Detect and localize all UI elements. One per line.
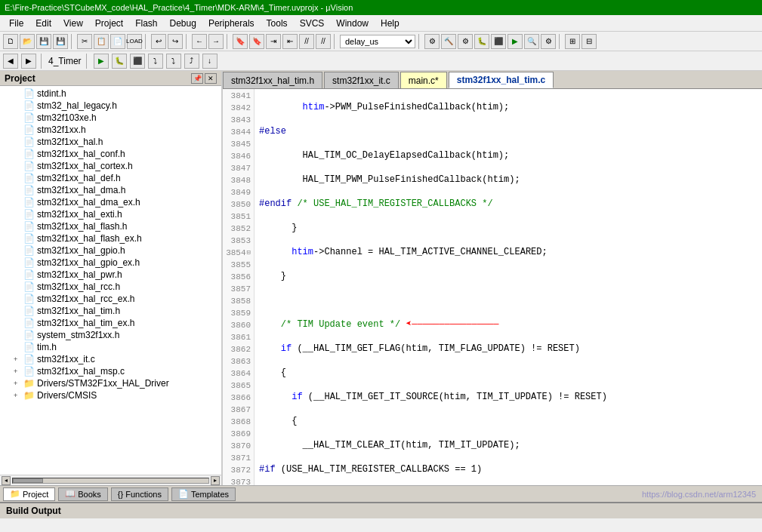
tree-item-hal-dma-ex[interactable]: 📄 stm32f1xx_hal_dma_ex.h (2, 196, 220, 208)
file-label: stm32f1xx_hal_pwr.h (37, 269, 122, 280)
target-fwd-btn[interactable]: ▶ (21, 54, 36, 69)
btab-books[interactable]: 📖 Books (58, 487, 108, 501)
menu-flash[interactable]: Flash (129, 17, 163, 30)
tree-item-hal-gpio[interactable]: 📄 stm32f1xx_hal_gpio.h (2, 244, 220, 257)
tree-item-hal-tim[interactable]: 📄 stm32f1xx_hal_tim.h (2, 305, 220, 317)
window2-btn[interactable]: ⊟ (582, 34, 597, 49)
stop2-btn[interactable]: ⬛ (130, 54, 145, 69)
tree-item-stm32f103xe[interactable]: 📄 stm32f103xe.h (2, 112, 220, 124)
tree-item-hal-pwr[interactable]: 📄 stm32f1xx_hal_pwr.h (2, 269, 220, 281)
target-options-btn[interactable]: ⚙ (424, 34, 440, 49)
tree-item-hal-tim-ex[interactable]: 📄 stm32f1xx_hal_tim_ex.h (2, 317, 220, 329)
tree-item-msp-c[interactable]: + 📄 stm32f1xx_hal_msp.c (2, 365, 220, 377)
line-num: 3851 (226, 211, 251, 223)
btab-project[interactable]: 📁 Project (3, 487, 55, 501)
tree-item-hal-dma[interactable]: 📄 stm32f1xx_hal_dma.h (2, 184, 220, 196)
bookmark2-btn[interactable]: 🔖 (249, 34, 264, 49)
undo-btn[interactable]: ↩ (151, 34, 166, 49)
run-btn[interactable]: ▶ (507, 34, 523, 49)
sidebar-hscrollbar[interactable]: ◂ ▸ (0, 475, 221, 485)
nav-back-btn[interactable]: ← (192, 34, 207, 49)
hscroll-track[interactable] (12, 478, 209, 484)
trace-btn[interactable]: 🔍 (524, 34, 539, 49)
menu-file[interactable]: File (3, 17, 29, 30)
uncomment-btn[interactable]: // (316, 34, 331, 49)
tab-hal-tim-c[interactable]: stm32f1xx_hal_tim.c (449, 72, 554, 88)
btab-functions[interactable]: {} Functions (111, 487, 168, 501)
indent-btn[interactable]: ⇥ (266, 34, 281, 49)
menu-peripherals[interactable]: Peripherals (202, 17, 261, 30)
rebuild-btn[interactable]: ⚙ (458, 34, 473, 49)
comment-btn[interactable]: // (299, 34, 314, 49)
line-num: 3841 (226, 90, 251, 102)
tree-item-hal-driver[interactable]: + 📁 Drivers/STM32F1xx_HAL_Driver (2, 377, 220, 389)
debug-btn[interactable]: 🐛 (474, 34, 489, 49)
btab-templates[interactable]: 📄 Templates (171, 487, 236, 501)
function-combo[interactable]: delay_us (340, 35, 415, 48)
tree-item-tim[interactable]: 📄 tim.h (2, 341, 220, 353)
tree-item-hal-rcc[interactable]: 📄 stm32f1xx_hal_rcc.h (2, 281, 220, 293)
new-file-btn[interactable]: 🗋 (3, 34, 18, 49)
step-out-btn[interactable]: ⤴ (184, 54, 199, 69)
menu-tools[interactable]: Tools (261, 17, 294, 30)
copy-btn[interactable]: 📋 (94, 34, 109, 49)
tree-item-hal-legacy[interactable]: 📄 stm32_hal_legacy.h (2, 100, 220, 112)
outdent-btn[interactable]: ⇤ (282, 34, 298, 49)
run2-btn[interactable]: ▶ (94, 54, 109, 69)
tree-item-it-c[interactable]: + 📄 stm32f1xx_it.c (2, 353, 220, 365)
file-label: stm32f1xx_hal_tim_ex.h (37, 318, 134, 328)
cut-btn[interactable]: ✂ (77, 34, 92, 49)
tree-item-hal-def[interactable]: 📄 stm32f1xx_hal_def.h (2, 172, 220, 184)
btab-functions-label: Functions (125, 490, 162, 499)
build-btn[interactable]: 🔨 (441, 34, 456, 49)
tree-item-system[interactable]: 📄 system_stm32f1xx.h (2, 329, 220, 341)
sidebar-pin-btn[interactable]: 📌 (191, 73, 203, 84)
functions-tab-icon: {} (118, 490, 123, 499)
menu-window[interactable]: Window (330, 17, 375, 30)
code-content[interactable]: htim->PWM_PulseFinishedCallback(htim); #… (255, 89, 762, 485)
scroll-left-btn[interactable]: ◂ (2, 476, 11, 485)
save-btn[interactable]: 💾 (36, 34, 51, 49)
tree-item-hal-gpio-ex[interactable]: 📄 stm32f1xx_hal_gpio_ex.h (2, 257, 220, 269)
menu-debug[interactable]: Debug (164, 17, 202, 30)
tab-it-c[interactable]: stm32f1xx_it.c (324, 72, 399, 88)
tree-item-hal-flash[interactable]: 📄 stm32f1xx_hal_flash.h (2, 220, 220, 232)
paste-btn[interactable]: 📄 (110, 34, 125, 49)
file-label: stm32f1xx_hal_rcc.h (37, 281, 120, 292)
tree-item-hal-exti[interactable]: 📄 stm32f1xx_hal_exti.h (2, 208, 220, 220)
tab-hal-tim-h[interactable]: stm32f1xx_hal_tim.h (223, 72, 322, 88)
menu-view[interactable]: View (57, 17, 89, 30)
debug2-btn[interactable]: 🐛 (112, 54, 127, 69)
tree-item-stdint[interactable]: 📄 stdint.h (2, 88, 220, 100)
redo-btn[interactable]: ↪ (168, 34, 183, 49)
nav-fwd-btn[interactable]: → (208, 34, 224, 49)
tab-main-c[interactable]: main.c* (400, 72, 447, 88)
file-icon: 📄 (23, 342, 35, 352)
target-back-btn[interactable]: ◀ (3, 54, 18, 69)
tree-item-cmsis[interactable]: + 📁 Drivers/CMSIS (2, 389, 220, 401)
tree-item-hal-flash-ex[interactable]: 📄 stm32f1xx_hal_flash_ex.h (2, 232, 220, 244)
tree-item-hal-cortex[interactable]: 📄 stm32f1xx_hal_cortex.h (2, 160, 220, 172)
step-over-btn[interactable]: ⤵ (166, 54, 181, 69)
window-btn[interactable]: ⊞ (565, 34, 580, 49)
sidebar-close-btn[interactable]: ✕ (205, 73, 217, 84)
run-to-cursor-btn[interactable]: ↓ (202, 54, 217, 69)
file-icon: 📄 (23, 269, 35, 280)
tree-item-hal-rcc-ex[interactable]: 📄 stm32f1xx_hal_rcc_ex.h (2, 293, 220, 305)
scroll-right-btn[interactable]: ▸ (211, 476, 220, 485)
settings-btn[interactable]: ⚙ (541, 34, 556, 49)
hscroll-thumb[interactable] (13, 478, 43, 483)
stop-btn[interactable]: ⬛ (491, 34, 506, 49)
tree-item-stm32f1xx[interactable]: 📄 stm32f1xx.h (2, 124, 220, 136)
menu-project[interactable]: Project (89, 17, 129, 30)
bookmark-btn[interactable]: 🔖 (233, 34, 248, 49)
open-file-btn[interactable]: 📂 (20, 34, 35, 49)
load-btn[interactable]: LOAD (127, 34, 142, 49)
save-all-btn[interactable]: 💾 (53, 34, 68, 49)
menu-help[interactable]: Help (375, 17, 406, 30)
step-btn[interactable]: ⤵ (148, 54, 163, 69)
tree-item-hal-conf[interactable]: 📄 stm32f1xx_hal_conf.h (2, 148, 220, 160)
menu-edit[interactable]: Edit (29, 17, 57, 30)
tree-item-hal[interactable]: 📄 stm32f1xx_hal.h (2, 136, 220, 148)
menu-svcs[interactable]: SVCS (294, 17, 331, 30)
